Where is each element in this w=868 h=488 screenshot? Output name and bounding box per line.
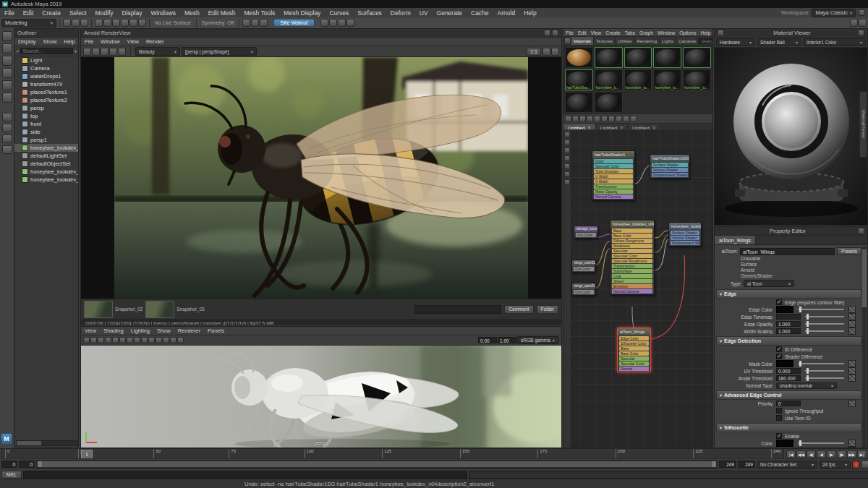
map-button[interactable] bbox=[848, 306, 856, 313]
range-start-handle[interactable] bbox=[38, 461, 42, 467]
node-port-row[interactable]: Color bbox=[594, 159, 633, 163]
node-hairTubeShader1[interactable]: hairTubeShader1 ColorSpecular ColorTube … bbox=[592, 150, 635, 200]
viewport-menu-item[interactable]: Show bbox=[153, 328, 174, 334]
step-back-key-icon[interactable]: ◀◀ bbox=[796, 450, 806, 458]
node-port-row[interactable]: Coat bbox=[612, 274, 652, 278]
property-editor-tab[interactable]: aiToon_Wings bbox=[715, 236, 756, 244]
gamma-field[interactable]: 1.00 bbox=[498, 337, 516, 343]
move-tool-icon[interactable] bbox=[2, 68, 12, 78]
node-port-row[interactable]: Silhouette Color bbox=[619, 341, 649, 346]
outliner-item[interactable]: defaultObjectSet bbox=[14, 160, 78, 168]
node-port-row[interactable]: Displacement Shader bbox=[652, 173, 688, 177]
node-port-row[interactable]: Volume Shader bbox=[671, 236, 699, 240]
materials-category-icon[interactable] bbox=[564, 147, 570, 153]
range-slider-bar[interactable] bbox=[38, 461, 716, 467]
outliner-item[interactable]: defaultLightSet bbox=[14, 152, 78, 160]
hypershade-menu-item[interactable]: Tabs bbox=[623, 30, 637, 35]
hypershade-menu-item[interactable]: Options bbox=[677, 30, 698, 35]
edge-color-slider[interactable] bbox=[798, 309, 844, 310]
node-honeybee-standard-surface[interactable]: honeybee_lookdev_v04... BaseBase ColorDi… bbox=[610, 220, 655, 295]
render-view-menu-item[interactable]: View bbox=[124, 38, 142, 45]
range-end-handle[interactable] bbox=[712, 461, 716, 467]
node-port-row[interactable]: Subsurface bbox=[612, 269, 652, 273]
select-by-hierarchy-icon[interactable] bbox=[63, 19, 71, 27]
edge-color-swatch[interactable] bbox=[776, 306, 793, 313]
menu-item[interactable]: Surfaces bbox=[353, 9, 386, 17]
outliner-item[interactable]: honeybee_lookdev_v04... bbox=[14, 168, 78, 176]
viewer-environment-selector[interactable]: Interior1 Color▾ bbox=[803, 38, 866, 46]
uv-threshold-slider[interactable] bbox=[805, 370, 844, 372]
node-port-row[interactable]: Specular bbox=[612, 249, 652, 253]
shader-link-item[interactable]: Arnold bbox=[741, 267, 861, 273]
snap-to-curve-icon[interactable] bbox=[103, 19, 111, 27]
node-port-row[interactable]: Out Color bbox=[574, 290, 594, 294]
paused-viewport-icon[interactable] bbox=[850, 19, 858, 27]
input-output-connections-icon[interactable] bbox=[587, 116, 593, 122]
edge-enable-checkbox[interactable] bbox=[776, 299, 782, 305]
field-chart-icon[interactable] bbox=[163, 337, 169, 343]
safe-action-icon[interactable] bbox=[170, 337, 176, 343]
live-session-button[interactable]: Site Walnut bbox=[273, 19, 314, 27]
silhouette-enable-checkbox[interactable] bbox=[776, 433, 782, 439]
open-render-view-icon[interactable] bbox=[320, 19, 328, 27]
select-by-component-type-icon[interactable] bbox=[80, 19, 88, 27]
textures-category-icon[interactable] bbox=[564, 155, 570, 161]
map-button[interactable] bbox=[848, 400, 856, 407]
node-port-row[interactable]: Diffuse Roughness bbox=[612, 239, 652, 243]
symmetry-label[interactable]: Symmetry: Off bbox=[200, 20, 237, 25]
outliner-item[interactable]: Camera bbox=[14, 64, 78, 72]
aov-selector[interactable]: Beauty▾ bbox=[135, 47, 180, 56]
node-wings-spec01[interactable]: wings_spec01 Out Color bbox=[571, 283, 596, 296]
snap-to-projected-center-icon[interactable] bbox=[121, 19, 129, 27]
paint-select-tool-icon[interactable] bbox=[2, 56, 12, 66]
snap-to-grid-icon[interactable] bbox=[95, 19, 103, 27]
folder-button[interactable]: Folder bbox=[537, 305, 558, 314]
map-button[interactable] bbox=[848, 360, 856, 367]
play-backwards-icon[interactable]: ◀ bbox=[817, 450, 826, 458]
snapshot-thumbnail[interactable] bbox=[145, 301, 174, 318]
section-header-silhouette[interactable]: ▾Silhouette bbox=[716, 423, 861, 432]
snapshot-thumbnail[interactable] bbox=[84, 301, 113, 318]
filter-icon[interactable] bbox=[623, 116, 629, 122]
scale-tool-icon[interactable] bbox=[2, 93, 12, 103]
shader-link-item[interactable]: GenericShader bbox=[741, 273, 861, 279]
snapshot-icon[interactable] bbox=[101, 48, 109, 56]
snapshot-comment-input[interactable] bbox=[414, 305, 501, 314]
camera-attributes-icon[interactable] bbox=[98, 337, 104, 343]
node-port-row[interactable]: Base Color bbox=[612, 234, 652, 238]
render-image-area[interactable] bbox=[81, 57, 561, 299]
node-port-row[interactable]: Normal bbox=[619, 367, 649, 371]
map-button[interactable] bbox=[848, 328, 856, 335]
node-port-row[interactable]: Specular Roughness bbox=[612, 259, 652, 263]
property-editor-scrollbar[interactable] bbox=[862, 247, 867, 448]
uv-threshold-field[interactable]: 0.000 bbox=[776, 368, 801, 374]
go-to-start-icon[interactable]: |◀ bbox=[786, 450, 796, 458]
width-scaling-slider[interactable] bbox=[805, 330, 844, 332]
lights-category-icon[interactable] bbox=[564, 163, 570, 169]
browser-category-tab[interactable]: Textures bbox=[594, 37, 616, 45]
refresh-render-icon[interactable] bbox=[542, 48, 550, 56]
id-difference-checkbox[interactable] bbox=[776, 346, 782, 352]
section-header-edge[interactable]: ▾Edge bbox=[716, 289, 861, 299]
viewport-menu-item[interactable]: Panels bbox=[204, 328, 228, 334]
angle-threshold-field[interactable]: 180.000 bbox=[776, 375, 801, 381]
save-image-icon[interactable] bbox=[83, 48, 91, 56]
menu-item[interactable]: Curves bbox=[325, 9, 353, 17]
type-selector[interactable]: ai Toon▾ bbox=[744, 280, 794, 287]
render-view-menu-item[interactable]: Render bbox=[142, 38, 168, 45]
comment-button[interactable]: Comment bbox=[504, 305, 533, 314]
node-port-row[interactable]: Base Color bbox=[619, 351, 649, 356]
node-port-row[interactable]: Base bbox=[619, 346, 649, 351]
node-port-row[interactable]: Specular bbox=[619, 356, 649, 361]
material-swatch[interactable] bbox=[595, 47, 623, 68]
menu-item[interactable]: Modify bbox=[91, 9, 118, 17]
viewport-menu-item[interactable]: Renderer bbox=[174, 328, 204, 334]
workspace-gear-icon[interactable] bbox=[859, 9, 865, 16]
mask-color-swatch[interactable] bbox=[776, 360, 793, 367]
browser-category-tab[interactable]: Rendering bbox=[634, 37, 660, 45]
viewport-menu-item[interactable]: Shading bbox=[100, 328, 127, 334]
node-port-row[interactable]: Out Color bbox=[576, 233, 596, 237]
edge-tonemap-slider[interactable] bbox=[805, 316, 844, 317]
material-swatch[interactable] bbox=[565, 92, 593, 113]
bookmark-icon[interactable] bbox=[105, 337, 111, 343]
